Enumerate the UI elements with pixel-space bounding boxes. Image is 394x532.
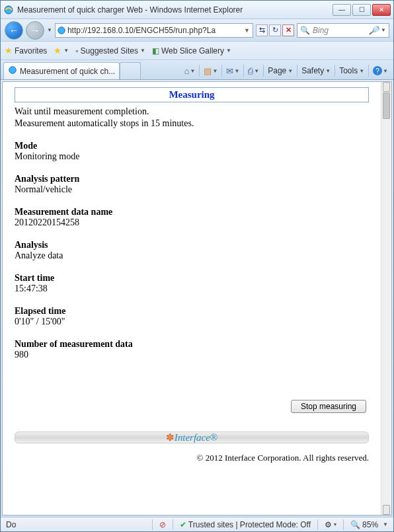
stop-measuring-button[interactable]: Stop measuring <box>291 400 366 413</box>
stop-button[interactable]: ✕ <box>282 24 294 36</box>
tools-menu[interactable]: Tools▼ <box>339 66 364 75</box>
star-add-icon: ★ <box>54 46 61 56</box>
compat-view-icon[interactable]: ⇆ <box>256 24 268 36</box>
help-icon: ? <box>373 66 382 75</box>
wait-message: Wait until measurement completion. <box>15 106 369 117</box>
heading-box: Measuring <box>15 87 369 102</box>
mail-button[interactable]: ✉▼ <box>226 66 239 76</box>
auto-stop-message: Measurement automatically stops in 15 mi… <box>15 118 369 129</box>
search-box[interactable]: 🔍 Bing 🔎 ▼ <box>297 23 389 38</box>
refresh-button[interactable]: ↻ <box>269 24 281 36</box>
footer-bar: ✽Interface® <box>15 432 369 443</box>
feeds-button[interactable]: ▧▼ <box>204 66 217 76</box>
dataname-value: 20120220154258 <box>15 217 369 228</box>
webslice-icon: ◧ <box>152 46 159 56</box>
search-icon: 🔍 <box>300 26 310 35</box>
content-area: Measuring Wait until measurement complet… <box>2 81 392 515</box>
gear-icon: ⚙ <box>325 520 332 529</box>
flower-icon: ✽ <box>166 432 175 443</box>
ie-icon <box>3 5 14 15</box>
tab-strip: Measurement of quick ch... ⌂▼ ▧▼ ✉▼ ⎙▼ P… <box>1 60 393 80</box>
print-button[interactable]: ⎙▼ <box>248 66 259 76</box>
popup-blocker-icon[interactable]: ⊘ <box>157 520 169 529</box>
forward-button[interactable]: → <box>26 21 44 40</box>
copyright-text: © 2012 Interface Corporation. All rights… <box>15 453 369 463</box>
search-go-icon[interactable]: 🔎 <box>369 26 379 35</box>
back-button[interactable]: ← <box>5 21 23 40</box>
analysis-value: Analyze data <box>15 250 369 261</box>
privacy-icon[interactable]: ⚙▾ <box>322 520 339 529</box>
vertical-scrollbar[interactable] <box>381 82 391 515</box>
search-dropdown[interactable]: ▼ <box>381 27 386 33</box>
address-bar[interactable]: ▼ <box>55 23 253 38</box>
browser-window: Measurement of quick charger Web - Windo… <box>0 0 394 532</box>
analysis-label: Analysis <box>15 240 369 250</box>
interface-logo: ✽Interface® <box>166 432 218 443</box>
command-bar: ⌂▼ ▧▼ ✉▼ ⎙▼ Page▼ Safety▼ Tools▼ ?▼ <box>141 62 391 79</box>
start-value: 15:47:38 <box>15 284 369 294</box>
pattern-label: Analysis pattern <box>15 174 369 184</box>
maximize-button[interactable]: ☐ <box>352 4 371 16</box>
count-label: Number of measurement data <box>15 339 369 350</box>
titlebar: Measurement of quick charger Web - Windo… <box>1 1 393 19</box>
page-heading: Measuring <box>169 89 214 100</box>
security-zone[interactable]: ✔ Trusted sites | Protected Mode: Off <box>177 520 313 529</box>
elapsed-label: Elapsed time <box>15 306 369 317</box>
address-dropdown[interactable]: ▼ <box>243 27 251 34</box>
close-button[interactable]: ✕ <box>372 4 391 16</box>
history-dropdown[interactable]: ▼ <box>47 27 52 33</box>
tab-active[interactable]: Measurement of quick ch... <box>3 62 120 79</box>
suggested-sites-link[interactable]: ▫ Suggested Sites ▼ <box>75 46 145 56</box>
favorites-bar: ★ Favorites ★ ▼ ▫ Suggested Sites ▼ ◧ We… <box>1 42 393 60</box>
new-tab-button[interactable] <box>120 62 141 79</box>
count-value: 980 <box>15 350 369 360</box>
scroll-down-button[interactable] <box>383 505 390 515</box>
favorites-add-button[interactable]: ★ ▼ <box>54 46 69 56</box>
tab-title: Measurement of quick ch... <box>20 67 115 76</box>
ie-icon <box>8 65 17 77</box>
star-icon: ★ <box>5 46 13 56</box>
address-input[interactable] <box>67 26 241 35</box>
page-body: Measuring Wait until measurement complet… <box>3 82 381 515</box>
home-icon: ⌂ <box>184 66 190 76</box>
page-icon <box>57 26 66 35</box>
start-label: Start time <box>15 273 369 284</box>
favorites-button[interactable]: ★ Favorites <box>5 46 47 56</box>
webslice-link[interactable]: ◧ Web Slice Gallery ▼ <box>152 46 231 56</box>
blocked-icon: ⊘ <box>159 520 166 529</box>
elapsed-value: 0'10" / 15'00" <box>15 317 369 327</box>
mode-value: Monitoring mode <box>15 151 369 162</box>
zoom-icon: 🔍 <box>350 520 360 529</box>
home-button[interactable]: ⌂▼ <box>184 66 196 76</box>
help-button[interactable]: ?▼ <box>373 66 388 75</box>
svg-point-1 <box>58 26 65 34</box>
status-bar: Do ⊘ ✔ Trusted sites | Protected Mode: O… <box>1 517 393 531</box>
window-title: Measurement of quick charger Web - Windo… <box>17 5 333 15</box>
page-icon: ▫ <box>75 46 78 56</box>
mail-icon: ✉ <box>226 66 233 76</box>
page-menu[interactable]: Page▼ <box>268 66 293 75</box>
scroll-thumb[interactable] <box>383 93 390 119</box>
minimize-button[interactable]: — <box>333 4 351 16</box>
zoom-control[interactable]: 🔍 85% ▼ <box>348 520 391 529</box>
svg-point-2 <box>9 67 17 74</box>
scroll-up-button[interactable] <box>383 82 390 92</box>
pattern-value: Normal/vehicle <box>15 184 369 195</box>
navbar: ← → ▼ ▼ ⇆ ↻ ✕ 🔍 Bing 🔎 ▼ <box>1 19 393 42</box>
dataname-label: Measurement data name <box>15 207 369 217</box>
checkmark-icon: ✔ <box>180 520 186 529</box>
zoom-value: 85% <box>362 520 378 529</box>
rss-icon: ▧ <box>204 66 212 76</box>
safety-menu[interactable]: Safety▼ <box>301 66 331 75</box>
search-placeholder: Bing <box>313 26 329 35</box>
print-icon: ⎙ <box>248 66 253 76</box>
status-text: Do <box>3 520 19 529</box>
mode-label: Mode <box>15 141 369 151</box>
